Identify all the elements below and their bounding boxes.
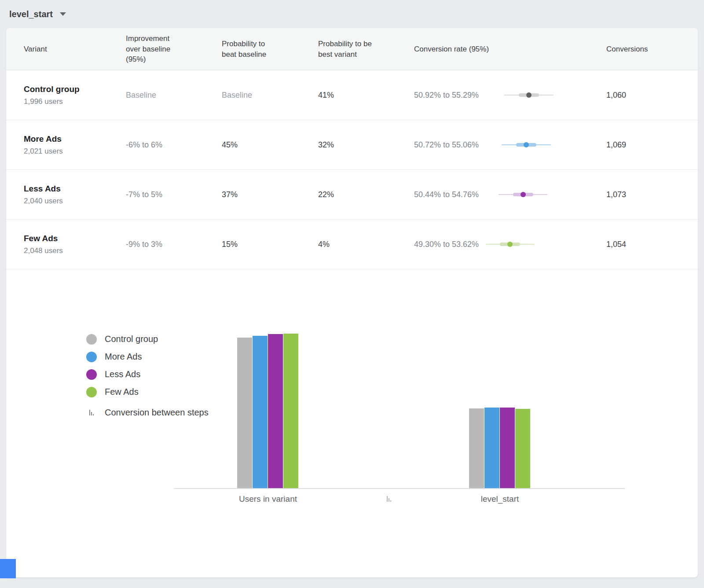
prob-beat-value: Baseline — [222, 91, 318, 100]
bar-few-ads — [515, 409, 530, 489]
col-header-prob-best: Probability to be best variant — [318, 39, 377, 60]
conversions-value: 1,060 — [606, 91, 680, 100]
bar-group-users-in-variant — [237, 334, 298, 489]
col-header-conversion-rate: Conversion rate (95%) — [414, 44, 502, 55]
interval-dot — [507, 242, 513, 247]
interval-dot — [524, 142, 529, 147]
bar-less-ads — [268, 334, 283, 489]
conversions-value: 1,073 — [606, 190, 680, 199]
results-card: Variant Improvement over baseline (95%) … — [6, 28, 698, 577]
col-header-prob-beat: Probability to beat baseline — [222, 39, 281, 60]
chevron-down-icon — [60, 12, 66, 16]
prob-best-value: 22% — [318, 190, 414, 199]
interval-dot — [526, 92, 532, 98]
prob-beat-value: 15% — [222, 240, 318, 249]
variant-name: Less Ads — [24, 184, 126, 194]
conversion-steps-icon — [384, 496, 394, 502]
funnel-chart: Control group More Ads Less Ads Few Ads … — [6, 269, 698, 577]
bar-less-ads — [500, 408, 515, 489]
bottom-left-accent — [0, 559, 16, 578]
conversion-interval-chart — [482, 191, 557, 198]
conversion-interval-chart — [482, 92, 557, 98]
prob-beat-value: 37% — [222, 190, 318, 199]
improvement-value: -9% to 3% — [126, 240, 222, 249]
col-header-improvement: Improvement over baseline (95%) — [126, 33, 185, 65]
event-selector-label: level_start — [9, 9, 53, 19]
bar-control-group — [237, 338, 252, 489]
bar-group-level-start — [469, 408, 530, 489]
improvement-value: -6% to 6% — [126, 140, 222, 150]
x-axis-label-level-start: level_start — [481, 494, 519, 504]
variant-users: 2,048 users — [24, 246, 126, 255]
conversion-interval-chart — [482, 142, 557, 148]
table-row: More Ads 2,021 users -6% to 6% 45% 32% 5… — [6, 120, 698, 170]
table-row: Control group 1,996 users Baseline Basel… — [6, 70, 698, 120]
improvement-value: -7% to 5% — [126, 190, 222, 199]
bar-more-ads — [253, 336, 268, 489]
variant-users: 2,021 users — [24, 147, 126, 156]
x-axis-line — [174, 488, 625, 489]
table-header-row: Variant Improvement over baseline (95%) … — [6, 28, 698, 70]
improvement-value: Baseline — [126, 91, 222, 100]
bar-few-ads — [283, 334, 298, 489]
bar-control-group — [469, 408, 484, 489]
variant-users: 1,996 users — [24, 97, 126, 106]
bar-plot — [6, 269, 698, 489]
conversions-value: 1,069 — [606, 140, 680, 150]
variant-name: Control group — [24, 85, 126, 94]
x-axis-label-users-in-variant: Users in variant — [239, 494, 297, 504]
variant-name: Few Ads — [24, 234, 126, 243]
experiment-results-page: level_start Variant Improvement over bas… — [0, 0, 704, 588]
conversions-value: 1,054 — [606, 240, 680, 249]
prob-best-value: 41% — [318, 91, 414, 100]
variant-users: 2,040 users — [24, 197, 126, 206]
interval-dot — [521, 192, 526, 197]
bar-more-ads — [484, 408, 499, 489]
table-row: Few Ads 2,048 users -9% to 3% 15% 4% 49.… — [6, 220, 698, 269]
prob-best-value: 32% — [318, 140, 414, 150]
conversion-interval-chart — [482, 241, 557, 247]
col-header-variant: Variant — [24, 44, 126, 55]
prob-beat-value: 45% — [222, 140, 318, 150]
col-header-conversions: Conversions — [606, 44, 680, 55]
table-row: Less Ads 2,040 users -7% to 5% 37% 22% 5… — [6, 170, 698, 220]
topbar: level_start — [0, 0, 704, 28]
event-selector-dropdown[interactable]: level_start — [9, 9, 66, 19]
prob-best-value: 4% — [318, 240, 414, 249]
variant-name: More Ads — [24, 134, 126, 144]
